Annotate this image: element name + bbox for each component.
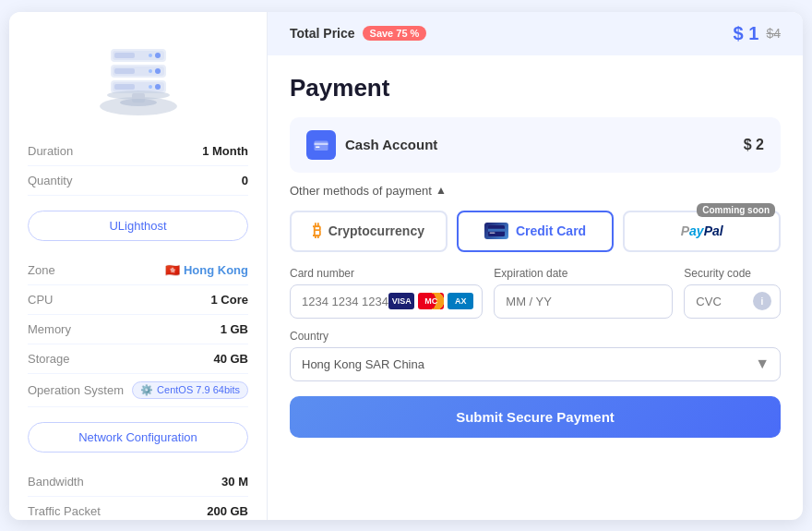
- payment-title: Payment: [290, 74, 781, 103]
- security-icon: i: [753, 292, 771, 310]
- quantity-row: Quantity 0: [28, 166, 248, 196]
- cpu-value: 1 Core: [211, 293, 248, 307]
- hk-flag: 🇭🇰: [165, 263, 180, 277]
- country-group: Country Hong Kong SAR China ▼: [290, 330, 781, 381]
- traffic-value: 200 GB: [207, 504, 248, 518]
- bandwidth-value: 30 M: [221, 475, 248, 489]
- cash-account-box[interactable]: Cash Account $ 2: [290, 117, 781, 173]
- os-icon: ⚙️: [140, 384, 153, 396]
- right-panel: Total Price Save 75 % $ 1 $4 Payment: [268, 12, 803, 520]
- traffic-label: Traffic Packet: [28, 504, 101, 518]
- cryptocurrency-button[interactable]: ₿ Cryptocurrency: [290, 211, 448, 252]
- save-badge: Save 75 %: [363, 26, 427, 41]
- os-row: Operation System ⚙️ CentOS 7.9 64bits: [28, 374, 248, 407]
- svg-rect-23: [488, 229, 505, 232]
- expiry-label: Expiration date: [494, 267, 673, 280]
- card-logos: VISA MC AX: [388, 293, 473, 309]
- svg-point-9: [149, 69, 152, 73]
- expiry-input[interactable]: [494, 284, 673, 319]
- credit-card-icon: [484, 223, 508, 239]
- svg-point-4: [149, 54, 152, 57]
- visa-logo: VISA: [388, 293, 414, 309]
- cash-account-label: Cash Account: [345, 137, 437, 152]
- cpu-row: CPU 1 Core: [28, 285, 248, 315]
- bandwidth-row: Bandwidth 30 M: [28, 467, 248, 497]
- paypal-logo: PayPal: [681, 223, 723, 238]
- amex-logo: AX: [448, 293, 473, 309]
- storage-label: Storage: [28, 352, 70, 366]
- other-methods-toggle[interactable]: Other methods of payment ▲: [290, 184, 781, 198]
- svg-rect-24: [489, 233, 495, 235]
- cash-account-icon: [306, 130, 336, 160]
- svg-point-14: [149, 85, 152, 89]
- network-config-button[interactable]: Network Configuration: [28, 422, 248, 453]
- svg-rect-10: [114, 68, 135, 74]
- zone-row: Zone 🇭🇰 Hong Kong: [28, 256, 248, 285]
- svg-rect-20: [315, 142, 328, 144]
- paypal-button[interactable]: Comming soon PayPal: [623, 211, 781, 252]
- card-form-row-2: Country Hong Kong SAR China ▼: [290, 330, 781, 381]
- server-plan-button[interactable]: ULighthost: [28, 211, 248, 241]
- left-panel: Duration 1 Month Quantity 0 ULighthost Z…: [9, 12, 268, 520]
- os-label: Operation System: [28, 383, 124, 397]
- mastercard-logo: MC: [418, 293, 444, 309]
- card-input-wrap: VISA MC AX: [290, 284, 483, 319]
- total-bar: Total Price Save 75 % $ 1 $4: [268, 12, 803, 55]
- cpu-label: CPU: [28, 293, 53, 307]
- payment-methods: ₿ Cryptocurrency Credit Card Comming soo…: [290, 211, 781, 252]
- svg-rect-5: [114, 53, 135, 58]
- coming-soon-badge: Comming soon: [697, 203, 775, 217]
- memory-label: Memory: [28, 322, 71, 336]
- country-select-wrap: Hong Kong SAR China ▼: [290, 347, 781, 381]
- duration-label: Duration: [28, 144, 73, 158]
- memory-row: Memory 1 GB: [28, 315, 248, 344]
- bandwidth-label: Bandwidth: [28, 475, 84, 489]
- country-select[interactable]: Hong Kong SAR China: [290, 347, 781, 381]
- svg-point-13: [155, 84, 161, 90]
- svg-point-18: [120, 99, 157, 106]
- svg-rect-15: [114, 84, 135, 90]
- svg-rect-19: [315, 140, 328, 151]
- zone-value: 🇭🇰 Hong Kong: [165, 263, 248, 277]
- payment-body: Payment Cash Account $ 2 O: [268, 55, 803, 520]
- storage-value: 40 GB: [213, 352, 248, 366]
- security-label: Security code: [684, 267, 781, 280]
- storage-row: Storage 40 GB: [28, 344, 248, 374]
- old-price: $4: [766, 26, 781, 41]
- os-value: CentOS 7.9 64bits: [157, 384, 240, 395]
- cash-account-amount: $ 2: [744, 137, 764, 153]
- total-price-value: $ 1 $4: [734, 23, 781, 44]
- quantity-value: 0: [242, 174, 248, 187]
- os-badge: ⚙️ CentOS 7.9 64bits: [132, 381, 248, 399]
- duration-row: Duration 1 Month: [28, 137, 248, 166]
- credit-card-button[interactable]: Credit Card: [457, 211, 615, 252]
- total-price-label: Total Price Save 75 %: [290, 26, 426, 41]
- svg-point-8: [155, 68, 161, 74]
- security-wrap: i: [684, 284, 781, 319]
- duration-value: 1 Month: [202, 144, 248, 158]
- card-number-label: Card number: [290, 267, 483, 280]
- bitcoin-icon: ₿: [313, 222, 321, 241]
- memory-value: 1 GB: [221, 322, 248, 336]
- traffic-row: Traffic Packet 200 GB: [28, 497, 248, 520]
- security-group: Security code i: [684, 267, 781, 319]
- card-form-row-1: Card number VISA MC AX Expiration date: [290, 267, 781, 319]
- zone-label: Zone: [28, 263, 55, 277]
- server-illustration: [83, 30, 194, 118]
- cash-account-left: Cash Account: [306, 130, 437, 160]
- svg-rect-21: [316, 146, 320, 148]
- card-number-group: Card number VISA MC AX: [290, 267, 483, 319]
- country-label: Country: [290, 330, 781, 343]
- svg-point-3: [155, 53, 161, 58]
- chevron-up-icon: ▲: [436, 184, 447, 197]
- submit-payment-button[interactable]: Submit Secure Payment: [290, 396, 781, 438]
- quantity-label: Quantity: [28, 174, 72, 187]
- expiry-group: Expiration date: [494, 267, 673, 319]
